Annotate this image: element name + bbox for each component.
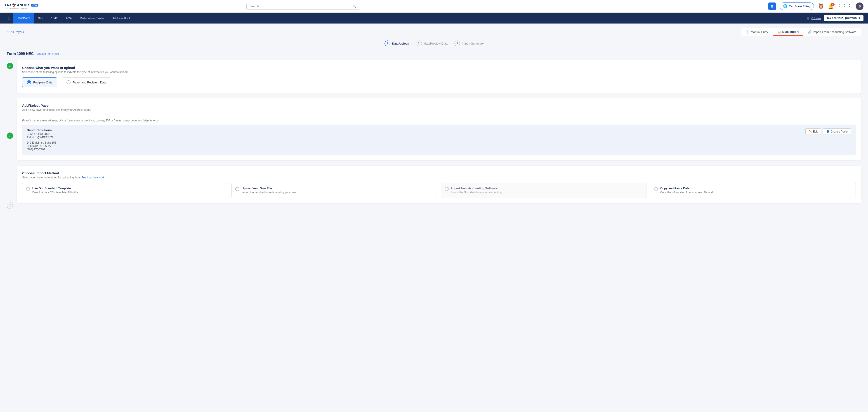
divider-1 xyxy=(22,115,856,115)
nav-item-94x[interactable]: 94x xyxy=(34,13,47,24)
left-checks: ✓ ✓ 3 xyxy=(7,60,13,209)
grid-icon-button[interactable]: ⊞ xyxy=(768,2,776,10)
apps-button[interactable]: ⋮⋮⋮ xyxy=(837,3,852,9)
tab-bulk-import[interactable]: 📊 Bulk Import xyxy=(773,28,803,36)
tab-group: 📄 Manual Entry 📊 Bulk Import 🔗 Import Fr… xyxy=(741,28,861,36)
import-icon: 📊 xyxy=(777,30,781,33)
grid-small-icon: ⊞ xyxy=(7,30,9,34)
check-line-dashed xyxy=(10,139,10,202)
cart-label: 0 forms xyxy=(811,17,821,20)
see-how-link[interactable]: See how they work xyxy=(81,176,104,179)
avatar-owl-button[interactable]: 🦉 xyxy=(817,3,825,9)
payer-address: 249 E Main st, Suite 158 xyxy=(27,141,56,144)
logo-area: TAX 🦅 ANDITS PRO Your 1099 & W2 Experts xyxy=(4,3,41,9)
nav-item-distribution-center[interactable]: Distribution Center xyxy=(76,13,108,24)
import-method-3-title: Import from Accounting Software xyxy=(451,186,502,190)
import-method-4-desc: Copy the information from your own file … xyxy=(660,191,713,194)
payer-section-title: Add/Select Payer xyxy=(22,104,856,108)
step-3-label: Import Summary xyxy=(462,42,484,45)
payer-ssn: SSN: XXX-XX-4671 xyxy=(27,133,56,136)
payer-card: Bandit Solutions SSN: XXX-XX-4671 Ref No… xyxy=(22,125,856,155)
step-3: 3 Import Summary xyxy=(454,40,484,46)
edit-icon: ✏️ xyxy=(809,130,812,133)
radio-options: Recipient Data Payer and Recipient Data xyxy=(22,77,856,87)
import-method-own-file[interactable]: Upload Your Own File Import the required… xyxy=(231,183,437,198)
nav-item-aca[interactable]: ACA xyxy=(62,13,76,24)
step-1-label: Data Upload xyxy=(392,42,409,45)
payer-name: Bandit Solutions xyxy=(27,128,56,132)
change-payer-icon: 👤 xyxy=(826,130,830,133)
accounting-icon: 🔗 xyxy=(808,30,811,34)
tax-form-label: Tax Form Filing xyxy=(789,4,811,8)
radio-own-file xyxy=(235,187,239,191)
logo-text: TAX 🦅 ANDITS PRO xyxy=(4,3,38,7)
import-method-2-desc: Import the required form data using your… xyxy=(242,191,296,194)
search-area: 🔍 xyxy=(246,3,360,10)
nav-item-1042[interactable]: 1042 xyxy=(47,13,62,24)
all-payers-link[interactable]: ⊞ All Payers xyxy=(7,30,24,34)
tax-form-filing-button[interactable]: 🌐 Tax Form Filing xyxy=(780,2,814,10)
import-title: Choose Import Method xyxy=(22,171,856,175)
radio-circle-1 xyxy=(27,80,31,84)
chevron-down-icon: ▼ xyxy=(858,17,861,20)
step-1-number: 1 xyxy=(384,40,391,46)
nav-home-button[interactable]: ⌂ xyxy=(4,13,13,24)
import-method-4-content: Copy and Paste Data Copy the information… xyxy=(660,186,713,194)
form-title-row: Form 1099-NEC Change Form type xyxy=(7,52,861,56)
tax-form-icon: 🌐 xyxy=(783,4,787,8)
upload-title: Choose what you want to upload xyxy=(22,66,856,70)
tab-manual-entry[interactable]: 📄 Manual Entry xyxy=(741,28,773,36)
tax-year-selector[interactable]: Tax Year 2023 (Current) ▼ xyxy=(824,15,864,21)
radio-label-2: Payer and Recipient Data xyxy=(73,81,106,84)
import-method-3-content: Import from Accounting Software Import t… xyxy=(451,186,502,194)
upload-section: Choose what you want to upload Select on… xyxy=(17,60,861,93)
step-3-number: 3 xyxy=(454,40,460,46)
notification-button[interactable]: 🔔 0 xyxy=(828,4,834,9)
import-method-standard-template[interactable]: Use Our Standard Template Download our C… xyxy=(22,183,228,198)
main-content: Choose what you want to upload Select on… xyxy=(13,60,861,209)
top-bar: TAX 🦅 ANDITS PRO Your 1099 & W2 Experts … xyxy=(0,0,868,13)
check-1: ✓ xyxy=(7,63,13,69)
payer-section: Add/Select Payer Add a new payer or choo… xyxy=(17,98,861,160)
nav-right: 🛒 0 forms Tax Year 2023 (Current) ▼ xyxy=(807,15,864,21)
radio-payer-recipient-data[interactable]: Payer and Recipient Data xyxy=(62,77,111,87)
radio-copy-paste xyxy=(654,187,658,191)
search-box: 🔍 xyxy=(246,3,360,10)
logo-part1: TAX xyxy=(4,3,11,7)
import-method-1-content: Use Our Standard Template Download our C… xyxy=(32,186,78,194)
logo-tagline: Your 1099 & W2 Experts xyxy=(4,7,38,9)
payer-info: Bandit Solutions SSN: XXX-XX-4671 Ref No… xyxy=(27,128,56,151)
payer-section-desc: Add a new payer or choose one from your … xyxy=(22,108,856,112)
logo-icon: 🦅 xyxy=(12,3,17,7)
tab-import-accounting[interactable]: 🔗 Import From Accounting Software xyxy=(803,28,861,36)
radio-circle-2 xyxy=(66,80,70,84)
search-input[interactable] xyxy=(249,4,351,8)
import-method-3-desc: Import the filing data from your account… xyxy=(451,191,502,194)
import-desc-row: Select your preferred method for uploadi… xyxy=(22,176,856,179)
edit-payer-button[interactable]: ✏️ Edit xyxy=(805,128,821,135)
user-avatar-button[interactable]: B xyxy=(856,2,864,10)
change-form-type-link[interactable]: Change Form type xyxy=(36,52,59,55)
form-title: Form 1099-NEC xyxy=(7,52,34,56)
content-area: ⊞ All Payers 📄 Manual Entry 📊 Bulk Impor… xyxy=(0,24,868,213)
import-methods: Use Our Standard Template Download our C… xyxy=(22,183,856,198)
check-line-1 xyxy=(10,69,10,133)
import-method-4-title: Copy and Paste Data xyxy=(660,186,713,190)
step-2: 2 Map/Preview Data xyxy=(416,40,447,46)
step-circle-3: 3 xyxy=(7,202,13,209)
main-section-container: ✓ ✓ 3 Choose what you want to upload Sel… xyxy=(7,60,861,209)
step-arrow-1: › xyxy=(412,41,413,46)
search-icon: 🔍 xyxy=(352,4,356,8)
radio-label-1: Recipient Data xyxy=(33,81,53,84)
import-desc: Select your preferred method for uploadi… xyxy=(22,176,81,179)
nav-item-1099w2[interactable]: 1099/W-2 xyxy=(13,13,34,24)
import-method-1-desc: Download our CSV template, fill in the xyxy=(32,191,78,194)
cart-button[interactable]: 🛒 0 forms xyxy=(807,17,821,20)
import-method-copy-paste[interactable]: Copy and Paste Data Copy the information… xyxy=(650,183,856,198)
nav-item-address-book[interactable]: Address Book xyxy=(108,13,135,24)
radio-recipient-data[interactable]: Recipient Data xyxy=(22,77,57,87)
import-section: Choose Import Method Select your preferr… xyxy=(17,166,861,203)
step-2-number: 2 xyxy=(416,40,422,46)
radio-accounting xyxy=(445,187,449,191)
change-payer-button[interactable]: 👤 Change Payer xyxy=(823,128,851,135)
